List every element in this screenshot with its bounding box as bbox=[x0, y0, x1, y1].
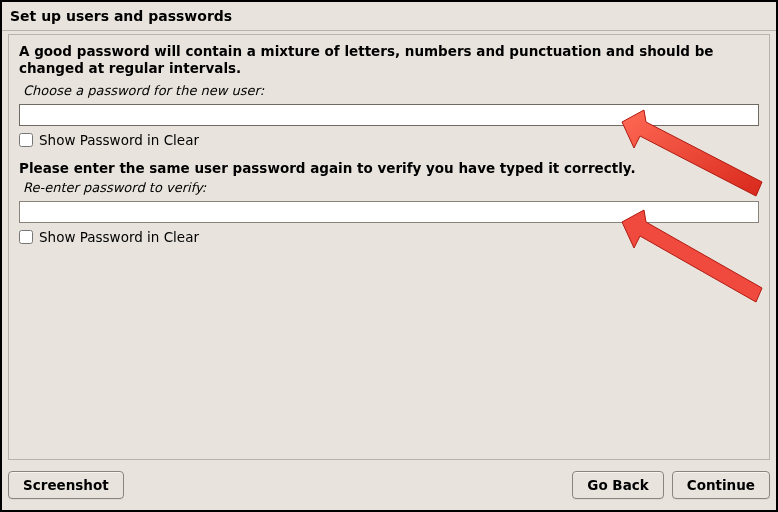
choose-password-prompt: Choose a password for the new user: bbox=[23, 83, 759, 98]
show-password-2-row[interactable]: Show Password in Clear bbox=[19, 229, 759, 245]
show-password-1-checkbox[interactable] bbox=[19, 133, 33, 147]
verify-heading: Please enter the same user password agai… bbox=[19, 160, 759, 176]
content-area: A good password will contain a mixture o… bbox=[8, 34, 770, 460]
footer-bar: Screenshot Go Back Continue bbox=[8, 466, 770, 504]
continue-button[interactable]: Continue bbox=[672, 471, 770, 499]
password-guidance-text: A good password will contain a mixture o… bbox=[19, 43, 759, 77]
go-back-button[interactable]: Go Back bbox=[572, 471, 663, 499]
password-verify-field[interactable] bbox=[19, 201, 759, 223]
page-title: Set up users and passwords bbox=[2, 2, 776, 31]
show-password-2-checkbox[interactable] bbox=[19, 230, 33, 244]
show-password-1-label: Show Password in Clear bbox=[39, 132, 199, 148]
screenshot-button[interactable]: Screenshot bbox=[8, 471, 124, 499]
show-password-1-row[interactable]: Show Password in Clear bbox=[19, 132, 759, 148]
installer-window: Set up users and passwords A good passwo… bbox=[0, 0, 778, 512]
show-password-2-label: Show Password in Clear bbox=[39, 229, 199, 245]
password-field[interactable] bbox=[19, 104, 759, 126]
reenter-password-prompt: Re-enter password to verify: bbox=[23, 180, 759, 195]
